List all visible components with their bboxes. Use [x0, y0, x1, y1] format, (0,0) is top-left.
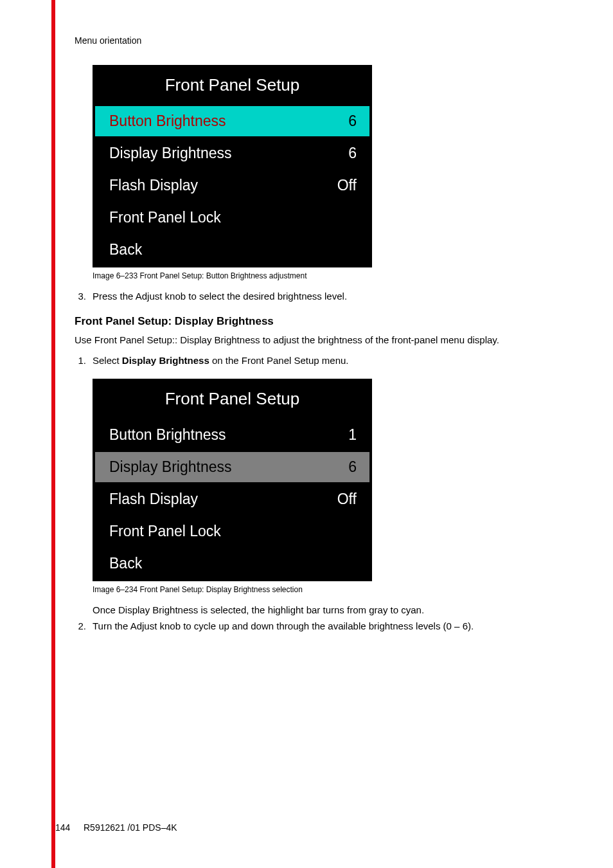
step-1-text: Select Display Brightness on the Front P… — [93, 354, 569, 368]
panel1-row-flash-display[interactable]: Flash Display Off — [95, 170, 369, 201]
step-2: 2. Turn the Adjust knob to cycle up and … — [75, 619, 569, 633]
step-1-post: on the Front Panel Setup menu. — [209, 355, 349, 366]
step-1-pre: Select — [93, 355, 122, 366]
section-heading-display-brightness: Front Panel Setup: Display Brightness — [75, 315, 569, 328]
panel1-row-back[interactable]: Back — [95, 235, 369, 265]
panel2-caption: Image 6–234 Front Panel Setup: Display B… — [93, 585, 569, 594]
panel2-row-display-brightness[interactable]: Display Brightness 6 — [95, 452, 369, 482]
panel1-row3-label: Front Panel Lock — [109, 209, 221, 226]
panel2-row-back[interactable]: Back — [95, 548, 369, 579]
panel1-row2-value: Off — [337, 177, 357, 194]
running-header: Menu orientation — [75, 35, 569, 46]
panel1-caption: Image 6–233 Front Panel Setup: Button Br… — [93, 271, 569, 280]
panel1-row-display-brightness[interactable]: Display Brightness 6 — [95, 138, 369, 168]
panel2-row1-value: 6 — [348, 458, 357, 476]
step-2-num: 2. — [75, 619, 93, 633]
step-1-num: 1. — [75, 354, 93, 368]
panel2-row1-label: Display Brightness — [109, 458, 231, 476]
steps-group-c: 2. Turn the Adjust knob to cycle up and … — [75, 619, 569, 633]
panel2-row2-label: Flash Display — [109, 491, 198, 508]
panel1-row0-value: 6 — [348, 113, 357, 130]
steps-group-b: 1. Select Display Brightness on the Fron… — [75, 354, 569, 368]
panel2-row3-label: Front Panel Lock — [109, 523, 221, 540]
section-intro-text: Use Front Panel Setup:: Display Brightne… — [75, 333, 569, 347]
panel1-row-button-brightness[interactable]: Button Brightness 6 — [95, 106, 369, 136]
panel1-row2-label: Flash Display — [109, 177, 198, 194]
figure-panel-2-wrap: Front Panel Setup Button Brightness 1 Di… — [93, 379, 569, 594]
panel1-row1-value: 6 — [348, 145, 357, 162]
step-2-text: Turn the Adjust knob to cycle up and dow… — [93, 619, 569, 633]
document-id: R5912621 /01 PDS–4K — [75, 822, 177, 833]
front-panel-setup-menu-1: Front Panel Setup Button Brightness 6 Di… — [93, 65, 372, 267]
panel1-title: Front Panel Setup — [95, 68, 369, 104]
panel2-row2-value: Off — [337, 491, 357, 508]
step-sub-note: Once Display Brightness is selected, the… — [93, 603, 569, 617]
panel1-row-front-panel-lock[interactable]: Front Panel Lock — [95, 203, 369, 233]
page-number: 144 — [55, 822, 75, 833]
panel2-row0-value: 1 — [348, 426, 357, 444]
panel1-row1-label: Display Brightness — [109, 145, 231, 162]
panel2-row-front-panel-lock[interactable]: Front Panel Lock — [95, 516, 369, 547]
step-3: 3. Press the Adjust knob to select the d… — [75, 289, 569, 303]
panel1-row0-label: Button Brightness — [109, 113, 226, 130]
figure-panel-1-wrap: Front Panel Setup Button Brightness 6 Di… — [93, 65, 569, 280]
front-panel-setup-menu-2: Front Panel Setup Button Brightness 1 Di… — [93, 379, 372, 581]
step-1-bold: Display Brightness — [122, 355, 209, 366]
step-3-text: Press the Adjust knob to select the desi… — [93, 289, 569, 303]
panel2-title: Front Panel Setup — [95, 381, 369, 418]
panel2-row0-label: Button Brightness — [109, 426, 226, 444]
page-footer: 144 R5912621 /01 PDS–4K — [55, 822, 569, 833]
content-area: Menu orientation Front Panel Setup Butto… — [55, 35, 569, 645]
panel2-row-flash-display[interactable]: Flash Display Off — [95, 484, 369, 514]
panel1-row4-label: Back — [109, 241, 142, 258]
panel2-row4-label: Back — [109, 555, 142, 572]
panel2-row-button-brightness[interactable]: Button Brightness 1 — [95, 420, 369, 450]
step-1: 1. Select Display Brightness on the Fron… — [75, 354, 569, 368]
page: Menu orientation Front Panel Setup Butto… — [0, 0, 613, 868]
step-3-num: 3. — [75, 289, 93, 303]
steps-group-a: 3. Press the Adjust knob to select the d… — [75, 289, 569, 303]
